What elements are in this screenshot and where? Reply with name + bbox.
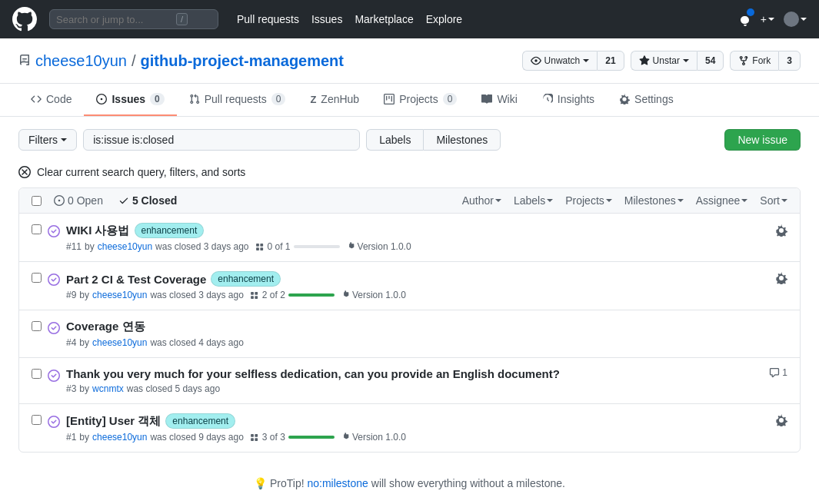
issue-title-link[interactable]: [Entity] User 객체 [66,414,161,429]
closed-issue-icon [48,224,60,237]
closed-count-toggle[interactable]: 5 Closed [118,194,177,207]
issue-content: WIKI 사용법 enhancement #11 by cheese10yun … [66,223,769,252]
star-count: 54 [697,51,724,71]
closed-issue-icon [48,273,60,286]
issue-author-link[interactable]: cheese10yun [98,241,152,252]
search-input[interactable] [56,14,171,25]
repo-icon [18,55,31,67]
issue-number: #11 [66,241,82,252]
select-all-checkbox[interactable] [32,196,42,206]
issues-toolbar: Filters Labels Milestones New issue [0,117,819,163]
issue-author-link[interactable]: cheese10yun [92,337,147,348]
plus-menu[interactable]: + [761,13,774,25]
watch-button[interactable]: Unwatch [522,51,598,71]
protip-link[interactable]: no:milestone [307,477,368,489]
tab-pull-requests[interactable]: Pull requests 0 [177,84,298,116]
filters-button[interactable]: Filters [18,129,77,151]
gear-icon[interactable] [775,271,787,284]
closed-issue-icon [48,415,60,428]
row-checkbox[interactable] [32,321,42,331]
table-row: WIKI 사용법 enhancement #11 by cheese10yun … [19,214,800,262]
issue-content: [Entity] User 객체 enhancement #1 by chees… [66,413,769,443]
search-issues-input[interactable] [83,129,360,151]
tab-issues-count: 0 [150,93,165,105]
nav-marketplace[interactable]: Marketplace [355,13,413,25]
tab-issues[interactable]: Issues 0 [84,84,176,116]
labels-button[interactable]: Labels [366,129,423,151]
sub-nav: Code Issues 0 Pull requests 0 Z ZenHub P… [0,84,819,117]
repo-name-link[interactable]: github-project-management [141,52,344,70]
author-filter[interactable]: Author [462,194,501,207]
tab-pr-label: Pull requests [205,93,267,105]
projects-filter[interactable]: Projects [565,194,612,207]
star-group: Unstar 54 [631,51,724,71]
issue-number: #1 [66,432,76,443]
table-row: Part 2 CI & Test Coverage enhancement #9… [19,262,800,310]
issue-content: Coverage 연동 #4 by cheese10yun was closed… [66,320,763,348]
tab-insights[interactable]: Insights [530,84,607,116]
tab-wiki-label: Wiki [497,93,517,105]
gear-icon[interactable] [775,223,787,237]
issue-title-link[interactable]: Coverage 연동 [66,320,145,334]
repo-owner-link[interactable]: cheese10yun [35,52,127,70]
tab-projects-count: 0 [443,93,458,105]
milestone-label: Version 1.0.0 [346,241,411,252]
tab-pr-count: 0 [271,93,286,105]
tab-zenhub[interactable]: Z ZenHub [298,84,371,116]
open-count-toggle[interactable]: 0 Open [54,194,103,207]
issue-badge: enhancement [211,271,281,287]
tab-settings[interactable]: Settings [607,84,686,116]
nav-pull-requests[interactable]: Pull requests [237,13,299,25]
issue-number: #9 [66,290,76,300]
fork-group: Fork 3 [730,51,801,71]
row-checkbox[interactable] [32,415,42,425]
issue-author-link[interactable]: cheese10yun [92,290,147,300]
protip-prefix: 💡 ProTip! [254,477,305,489]
tab-projects[interactable]: Projects 0 [371,84,469,116]
tab-code-label: Code [46,93,72,105]
issue-author-link[interactable]: cheese10yun [92,432,147,443]
closed-count-label: 5 Closed [132,194,177,207]
row-checkbox[interactable] [32,369,42,379]
issue-content: Part 2 CI & Test Coverage enhancement #9… [66,271,769,300]
issue-number: #4 [66,337,76,348]
labels-filter[interactable]: Labels [514,194,553,207]
milestones-filter[interactable]: Milestones [624,194,684,207]
issue-author-link[interactable]: wcnmtx [92,383,124,394]
fork-button[interactable]: Fork [730,51,778,71]
tab-code[interactable]: Code [18,84,84,116]
issue-title-link[interactable]: Thank you very much for your selfless de… [66,367,560,380]
sort-filter[interactable]: Sort [760,194,787,207]
repo-separator: / [132,52,136,70]
watch-group: Unwatch 21 [522,51,624,71]
new-issue-button[interactable]: New issue [724,129,801,151]
table-row: [Entity] User 객체 enhancement #1 by chees… [19,404,800,452]
github-logo[interactable] [12,7,37,32]
clear-query-x-icon[interactable] [18,166,31,178]
tab-issues-label: Issues [112,93,145,105]
watch-label: Unwatch [544,55,581,66]
milestones-button[interactable]: Milestones [423,129,501,151]
open-count-label: 0 Open [68,194,103,207]
issue-badge: enhancement [135,223,205,238]
clear-query-bar: Clear current search query, filters, and… [0,163,819,187]
issue-title-link[interactable]: WIKI 사용법 [66,224,130,238]
nav-explore[interactable]: Explore [426,13,462,25]
issue-title-link[interactable]: Part 2 CI & Test Coverage [66,273,206,286]
task-progress: 2 of 2 [250,290,335,300]
gear-icon[interactable] [775,413,787,426]
issue-badge: enhancement [165,413,235,429]
row-checkbox[interactable] [32,224,42,234]
issue-actions [775,413,787,426]
notification-badge [747,8,754,16]
row-checkbox[interactable] [32,273,42,283]
search-box[interactable]: / [49,9,218,29]
notifications-bell[interactable] [739,12,751,28]
comment-count[interactable]: 1 [769,367,787,378]
assignee-filter[interactable]: Assignee [696,194,748,207]
nav-issues[interactable]: Issues [311,13,342,25]
user-menu[interactable] [784,12,807,27]
star-button[interactable]: Unstar [631,51,697,71]
issue-number: #3 [66,383,76,394]
tab-wiki[interactable]: Wiki [469,84,529,116]
